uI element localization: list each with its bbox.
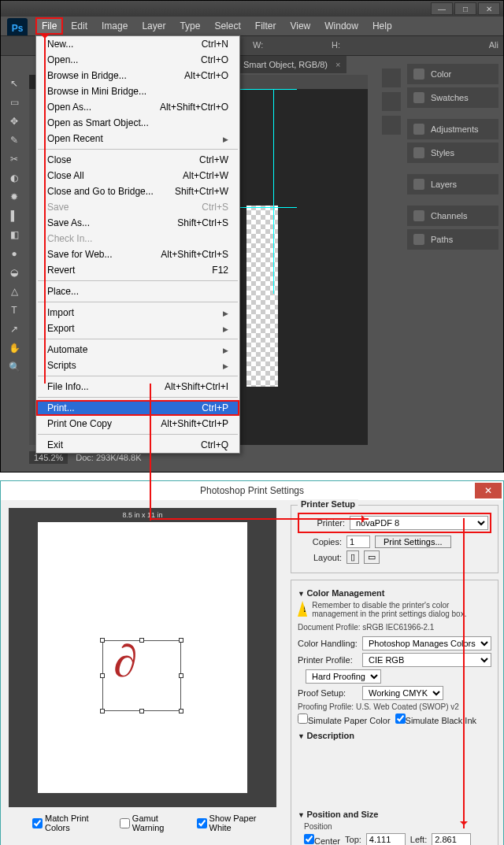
menu-item-close-and-go-to-bridge[interactable]: Close and Go to Bridge...Shift+Ctrl+W: [36, 183, 239, 199]
tool-button[interactable]: ✋: [4, 339, 24, 357]
proof-setup-label: Proof Setup:: [298, 688, 358, 698]
layout-landscape-button[interactable]: ▭: [364, 550, 380, 564]
tool-button[interactable]: ▌: [4, 207, 24, 224]
menu-item-new[interactable]: New...Ctrl+N: [36, 36, 239, 52]
tools-panel: ↖▭✥✎✂◐✹▌◧●◒△T↗✋🔍: [2, 73, 26, 448]
menu-image[interactable]: Image: [95, 17, 134, 35]
copies-input[interactable]: [346, 536, 370, 548]
match-colors-checkbox[interactable]: Match Print Colors: [32, 813, 112, 832]
tool-button[interactable]: 🔍: [4, 358, 24, 376]
doc-size: Doc: 293K/48.8K: [76, 453, 141, 462]
menu-item-browse-in-mini-bridge[interactable]: Browse in Mini Bridge...: [36, 83, 239, 99]
panel-layers[interactable]: Layers: [407, 174, 498, 195]
menu-view[interactable]: View: [284, 17, 317, 35]
menu-select[interactable]: Select: [208, 17, 246, 35]
tool-button[interactable]: ◐: [4, 169, 24, 187]
print-settings-button[interactable]: Print Settings...: [375, 536, 451, 548]
panel-label: Swatches: [431, 93, 469, 102]
tool-button[interactable]: ✥: [4, 113, 24, 130]
left-input[interactable]: [432, 833, 471, 845]
layout-portrait-button[interactable]: ▯: [346, 550, 359, 564]
panel-label: Layers: [431, 180, 457, 189]
menu-item-scripts[interactable]: Scripts: [36, 358, 239, 373]
menu-window[interactable]: Window: [318, 17, 365, 35]
printer-select[interactable]: novaPDF 8: [350, 516, 488, 530]
simulate-paper-checkbox[interactable]: Simulate Paper Color: [298, 713, 391, 725]
top-input[interactable]: [366, 833, 406, 845]
menu-type[interactable]: Type: [173, 17, 206, 35]
maximize-button[interactable]: □: [454, 2, 476, 15]
panel-swatches[interactable]: Swatches: [407, 87, 498, 108]
menu-item-open-as-smart-object[interactable]: Open as Smart Object...: [36, 115, 239, 131]
menu-item-import[interactable]: Import: [36, 305, 239, 321]
panel-channels[interactable]: Channels: [407, 206, 498, 226]
tool-button[interactable]: ▭: [4, 94, 24, 111]
menu-item-open-recent[interactable]: Open Recent: [36, 131, 239, 146]
warning-icon: [298, 601, 307, 617]
menu-item-exit[interactable]: ExitCtrl+Q: [36, 437, 239, 453]
menu-item-save-for-web[interactable]: Save for Web...Alt+Shift+Ctrl+S: [36, 246, 239, 262]
annotation-arrow: [150, 384, 151, 521]
printer-profile-select[interactable]: CIE RGB: [362, 653, 491, 667]
window-titlebar: ― □ ✕: [1, 1, 503, 17]
paper-preview: ∂: [38, 522, 247, 793]
proof-setup-select[interactable]: Working CMYK: [362, 686, 443, 700]
tool-button[interactable]: ✎: [4, 132, 24, 149]
tool-button[interactable]: ↖: [4, 75, 24, 92]
close-tab-icon[interactable]: ×: [335, 60, 340, 69]
menu-item-file-info[interactable]: File Info...Alt+Shift+Ctrl+I: [36, 379, 239, 395]
show-paper-white-checkbox[interactable]: Show Paper White: [197, 813, 276, 832]
document-tab[interactable]: Smart Object, RGB/8) ×: [237, 56, 346, 73]
tool-button[interactable]: ✂: [4, 150, 24, 168]
panel-paths[interactable]: Paths: [407, 229, 498, 250]
panels-column: ColorSwatchesAdjustmentsStylesLayersChan…: [407, 64, 502, 253]
menu-item-open-as[interactable]: Open As...Alt+Shift+Ctrl+O: [36, 99, 239, 115]
menu-edit[interactable]: Edit: [65, 17, 94, 35]
menu-help[interactable]: Help: [366, 17, 398, 35]
tool-button[interactable]: △: [4, 283, 24, 300]
close-button[interactable]: ✕: [478, 2, 500, 15]
dock-icon[interactable]: [382, 69, 401, 87]
panel-styles[interactable]: Styles: [407, 143, 498, 163]
menu-item-print[interactable]: Print...Ctrl+P: [36, 400, 239, 416]
menu-item-revert[interactable]: RevertF12: [36, 262, 239, 278]
print-bounding-box[interactable]: ∂: [102, 640, 181, 711]
menu-item-close[interactable]: CloseCtrl+W: [36, 152, 239, 168]
menu-item-browse-in-bridge[interactable]: Browse in Bridge...Alt+Ctrl+O: [36, 68, 239, 83]
close-button[interactable]: ✕: [475, 483, 502, 498]
tool-button[interactable]: ◒: [4, 264, 24, 281]
minimize-button[interactable]: ―: [431, 2, 453, 15]
dock-icon[interactable]: [382, 116, 401, 135]
menu-item-open[interactable]: Open...Ctrl+O: [36, 52, 239, 68]
tool-button[interactable]: ↗: [4, 321, 24, 338]
left-label: Left:: [410, 835, 427, 844]
panel-color[interactable]: Color: [407, 64, 498, 84]
hard-proofing-select[interactable]: Hard Proofing: [306, 669, 381, 684]
annotation-arrow: [463, 518, 465, 828]
menubar: FileEditImageLayerTypeSelectFilterViewWi…: [35, 17, 398, 35]
menu-item-automate[interactable]: Automate: [36, 342, 239, 358]
top-label: Top:: [345, 835, 361, 844]
tool-button[interactable]: ●: [4, 245, 24, 262]
tool-button[interactable]: ✹: [4, 188, 24, 206]
center-checkbox[interactable]: Center: [304, 834, 340, 846]
menu-item-close-all[interactable]: Close AllAlt+Ctrl+W: [36, 168, 239, 183]
menu-item-print-one-copy[interactable]: Print One CopyAlt+Shift+Ctrl+P: [36, 416, 239, 432]
gamut-warning-checkbox[interactable]: Gamut Warning: [120, 813, 189, 832]
tool-button[interactable]: ◧: [4, 226, 24, 243]
group-legend: Printer Setup: [298, 499, 358, 509]
menu-file[interactable]: File: [35, 17, 63, 35]
menu-item-save-as[interactable]: Save As...Shift+Ctrl+S: [36, 215, 239, 231]
menu-filter[interactable]: Filter: [249, 17, 283, 35]
tool-button[interactable]: T: [4, 302, 24, 319]
preview-background: 8.5 in x 11 in ∂: [9, 508, 276, 807]
print-settings-pane: Printer Setup Printer: novaPDF 8 Copies:…: [284, 500, 504, 845]
menu-layer[interactable]: Layer: [135, 17, 172, 35]
styles-icon: [413, 147, 424, 158]
layers-icon: [413, 179, 424, 190]
dock-icon[interactable]: [382, 92, 401, 111]
menu-item-export[interactable]: Export: [36, 321, 239, 336]
menu-item-place[interactable]: Place...: [36, 284, 239, 299]
panel-adjustments[interactable]: Adjustments: [407, 119, 498, 139]
color-handling-select[interactable]: Photoshop Manages Colors: [362, 636, 491, 650]
